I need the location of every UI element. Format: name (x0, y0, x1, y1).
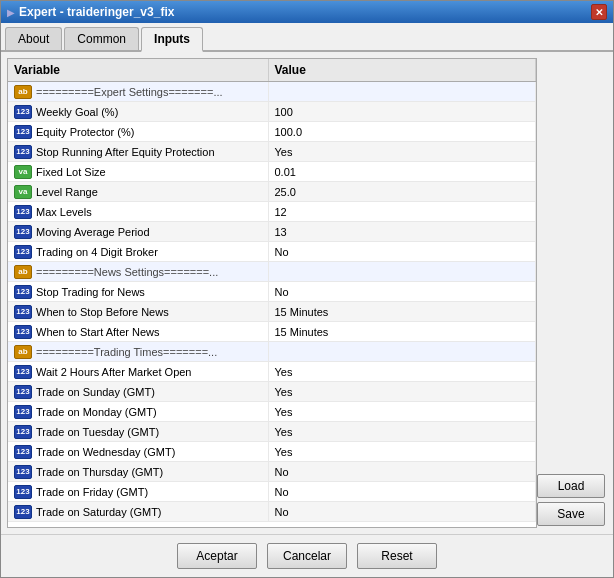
table-row[interactable]: ab=========Expert Settings=======... (8, 82, 536, 102)
variable-label: Weekly Goal (%) (36, 106, 118, 118)
table-row[interactable]: 123Trade on Saturday (GMT)No (8, 502, 536, 522)
variable-cell: 123Stop Running After Equity Protection (8, 142, 268, 162)
variable-label: Trade on Thursday (GMT) (36, 466, 163, 478)
variable-cell: 123Max Levels (8, 202, 268, 222)
value-cell: Yes (268, 382, 536, 402)
value-cell: 0.01 (268, 162, 536, 182)
variable-label: Trade on Monday (GMT) (36, 406, 157, 418)
variable-cell: 123Trade on Monday (GMT) (8, 402, 268, 422)
col-variable: Variable (8, 59, 268, 82)
table-row[interactable]: 123Stop Running After Equity ProtectionY… (8, 142, 536, 162)
load-save-panel: Load Save (537, 472, 607, 528)
type-badge: 123 (14, 225, 32, 239)
value-cell: 13 (268, 222, 536, 242)
variable-cell: 123Trading on 4 Digit Broker (8, 242, 268, 262)
load-button[interactable]: Load (537, 474, 605, 498)
type-badge: ab (14, 345, 32, 359)
variable-cell: 123Trade on Tuesday (GMT) (8, 422, 268, 442)
variable-label: Trade on Sunday (GMT) (36, 386, 155, 398)
window-title: Expert - traideringer_v3_fix (19, 5, 174, 19)
type-badge: 123 (14, 125, 32, 139)
type-badge: 123 (14, 405, 32, 419)
variables-table-wrapper[interactable]: Variable Value ab=========Expert Setting… (7, 58, 537, 528)
table-row[interactable]: 123Trade on Tuesday (GMT)Yes (8, 422, 536, 442)
table-row[interactable]: 123Wait 2 Hours After Market OpenYes (8, 362, 536, 382)
value-cell: No (268, 482, 536, 502)
value-cell: 25.0 (268, 182, 536, 202)
table-row[interactable]: 123Moving Average Period13 (8, 222, 536, 242)
table-row[interactable]: 123When to Start After News15 Minutes (8, 322, 536, 342)
variable-cell: 123Equity Protector (%) (8, 122, 268, 142)
value-cell: Yes (268, 402, 536, 422)
value-cell: Yes (268, 422, 536, 442)
variable-cell: 123When to Stop Before News (8, 302, 268, 322)
variable-label: =========News Settings=======... (36, 266, 218, 278)
variable-label: Trading on 4 Digit Broker (36, 246, 158, 258)
table-row[interactable]: ab=========Trading Times=======... (8, 342, 536, 362)
table-row[interactable]: 123Equity Protector (%)100.0 (8, 122, 536, 142)
variable-cell: 123Wait 2 Hours After Market Open (8, 362, 268, 382)
value-cell: Yes (268, 442, 536, 462)
value-cell: Yes (268, 142, 536, 162)
table-row[interactable]: vaLevel Range25.0 (8, 182, 536, 202)
table-row[interactable]: 123Stop Trading for NewsNo (8, 282, 536, 302)
variable-cell: vaLevel Range (8, 182, 268, 202)
table-row[interactable]: 123Max Levels12 (8, 202, 536, 222)
variable-label: Equity Protector (%) (36, 126, 134, 138)
table-row[interactable]: 123Trade on Sunday (GMT)Yes (8, 382, 536, 402)
type-badge: ab (14, 265, 32, 279)
variable-cell: 123Trade on Thursday (GMT) (8, 462, 268, 482)
value-cell: 12 (268, 202, 536, 222)
variable-label: Wait 2 Hours After Market Open (36, 366, 191, 378)
table-row[interactable]: 123Weekly Goal (%)100 (8, 102, 536, 122)
save-button[interactable]: Save (537, 502, 605, 526)
cancel-button[interactable]: Cancelar (267, 543, 347, 569)
tab-common[interactable]: Common (64, 27, 139, 50)
variable-label: Stop Trading for News (36, 286, 145, 298)
type-badge: 123 (14, 445, 32, 459)
value-cell (268, 82, 536, 102)
type-badge: 123 (14, 205, 32, 219)
table-row[interactable]: 123Trade on Monday (GMT)Yes (8, 402, 536, 422)
variable-label: Max Levels (36, 206, 92, 218)
close-button[interactable]: ✕ (591, 4, 607, 20)
variable-cell: 123Trade on Wednesday (GMT) (8, 442, 268, 462)
value-cell: No (268, 242, 536, 262)
table-row[interactable]: 123Trade on Wednesday (GMT)Yes (8, 442, 536, 462)
value-cell: 15 Minutes (268, 302, 536, 322)
title-bar-left: ▶ Expert - traideringer_v3_fix (7, 5, 174, 19)
variable-cell: 123Trade on Friday (GMT) (8, 482, 268, 502)
main-window: ▶ Expert - traideringer_v3_fix ✕ About C… (0, 0, 614, 578)
table-body: ab=========Expert Settings=======...123W… (8, 82, 536, 522)
accept-button[interactable]: Aceptar (177, 543, 257, 569)
type-badge: 123 (14, 305, 32, 319)
table-row[interactable]: vaFixed Lot Size0.01 (8, 162, 536, 182)
main-area: Variable Value ab=========Expert Setting… (7, 58, 607, 528)
table-row[interactable]: ab=========News Settings=======... (8, 262, 536, 282)
type-badge: va (14, 185, 32, 199)
table-row[interactable]: 123When to Stop Before News15 Minutes (8, 302, 536, 322)
variable-label: Trade on Wednesday (GMT) (36, 446, 175, 458)
table-row[interactable]: 123Trading on 4 Digit BrokerNo (8, 242, 536, 262)
variable-label: =========Expert Settings=======... (36, 86, 223, 98)
value-cell (268, 342, 536, 362)
reset-button[interactable]: Reset (357, 543, 437, 569)
variable-cell: 123Moving Average Period (8, 222, 268, 242)
value-cell: Yes (268, 362, 536, 382)
table-row[interactable]: 123Trade on Friday (GMT)No (8, 482, 536, 502)
type-badge: ab (14, 85, 32, 99)
type-badge: 123 (14, 145, 32, 159)
variable-cell: 123Weekly Goal (%) (8, 102, 268, 122)
value-cell (268, 262, 536, 282)
type-badge: 123 (14, 485, 32, 499)
variable-cell: 123Trade on Saturday (GMT) (8, 502, 268, 522)
tab-about[interactable]: About (5, 27, 62, 50)
type-badge: 123 (14, 325, 32, 339)
variable-label: When to Stop Before News (36, 306, 169, 318)
type-badge: 123 (14, 105, 32, 119)
variable-cell: 123Stop Trading for News (8, 282, 268, 302)
variable-label: Level Range (36, 186, 98, 198)
table-row[interactable]: 123Trade on Thursday (GMT)No (8, 462, 536, 482)
tab-inputs[interactable]: Inputs (141, 27, 203, 52)
variable-cell: 123Trade on Sunday (GMT) (8, 382, 268, 402)
